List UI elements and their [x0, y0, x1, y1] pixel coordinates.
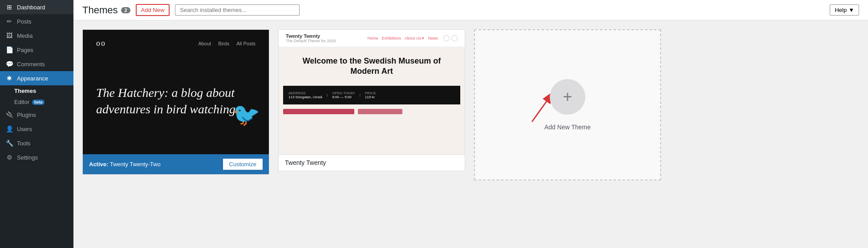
add-new-button[interactable]: Add New	[136, 4, 170, 16]
sidebar-item-dashboard[interactable]: ⊞ Dashboard	[0, 0, 73, 14]
theme-count-badge: 2	[121, 7, 130, 13]
active-theme-name: Twenty Twenty-Two	[110, 161, 161, 168]
tt-price: 119 kr	[365, 95, 376, 99]
tt-preview: Twenty Twenty The Default Theme for 2020…	[279, 30, 465, 154]
tt-nav-item: Home	[367, 36, 378, 40]
theme-card-twenty-twenty[interactable]: Twenty Twenty The Default Theme for 2020…	[278, 29, 465, 171]
sidebar-item-label: Dashboard	[17, 4, 45, 11]
sidebar-item-label: Plugins	[17, 112, 36, 118]
active-prefix: Active:	[89, 161, 108, 168]
sidebar-item-label: Users	[17, 126, 32, 132]
tt-bar-1	[283, 109, 354, 114]
plus-icon: +	[563, 88, 572, 106]
tt-address: 113 Storgatan, Umeå	[288, 95, 322, 99]
ttwo-nav: oo About Birds All Posts	[96, 39, 256, 48]
tt-divider2: |	[360, 93, 361, 97]
tt-logo-text: Twenty Twenty	[286, 33, 336, 39]
tt-logo: Twenty Twenty The Default Theme for 2020	[286, 33, 336, 43]
main-content: Themes 2 Add New Help ▼ oo About Birds	[73, 0, 868, 248]
appearance-icon: ✱	[5, 75, 13, 82]
page-title-text: Themes	[82, 4, 118, 16]
sidebar-item-label: Tools	[17, 140, 30, 147]
theme-name-tt: Twenty Twenty	[285, 159, 326, 166]
ttwo-nav-link: All Posts	[236, 41, 256, 46]
tt-nav-item: Exhibitions	[381, 36, 401, 40]
top-bar-left: Themes 2 Add New	[82, 4, 300, 16]
sidebar-item-label: Settings	[17, 154, 38, 161]
sidebar-item-label: Comments	[17, 61, 45, 68]
tt-icon	[451, 35, 458, 41]
sidebar-item-appearance[interactable]: ✱ Appearance	[0, 71, 73, 85]
tt-header: Twenty Twenty The Default Theme for 2020…	[279, 30, 465, 47]
ttwo-logo: oo	[96, 39, 106, 48]
ttwo-hero-text: The Hatchery: a blog about adventures in…	[96, 57, 256, 145]
plus-circle: +	[550, 79, 585, 115]
dashboard-icon: ⊞	[5, 4, 13, 11]
tt-nav: Home Exhibitions About Us ▾ News	[367, 36, 438, 40]
help-button[interactable]: Help ▼	[830, 4, 859, 16]
ttwo-preview: oo About Birds All Posts The Hatchery: a…	[83, 30, 269, 154]
add-theme-card[interactable]: + Add New Theme	[474, 29, 661, 180]
tt-bar-2	[358, 109, 402, 114]
tt-price-block: PRICE 119 kr	[365, 91, 376, 99]
sidebar-sub-editor[interactable]: Editor beta	[0, 96, 73, 108]
theme-card-twenty-twenty-two[interactable]: oo About Birds All Posts The Hatchery: a…	[82, 29, 269, 175]
tt-address-block: ADDRESS 113 Storgatan, Umeå	[288, 91, 322, 99]
sidebar-item-label: Pages	[17, 47, 33, 53]
search-input[interactable]	[175, 4, 300, 16]
sidebar-item-settings[interactable]: ⚙ Settings	[0, 150, 73, 164]
customize-button[interactable]: Customize	[223, 159, 263, 170]
sidebar-item-label: Posts	[17, 18, 32, 25]
top-bar: Themes 2 Add New Help ▼	[73, 0, 868, 20]
tt-content-label: ADDRESS	[288, 91, 322, 95]
theme-footer-tt: Twenty Twenty	[279, 154, 465, 171]
help-label: Help	[835, 7, 847, 13]
active-theme-bar: Active: Twenty Twenty-Two Customize	[83, 154, 269, 174]
tt-hero-title: Welcome to the Swedish Museum of Modern …	[288, 56, 456, 77]
beta-badge: beta	[32, 100, 45, 105]
sidebar-item-label: Media	[17, 32, 32, 39]
tools-icon: 🔧	[5, 140, 13, 147]
theme-screenshot-tt: Twenty Twenty The Default Theme for 2020…	[279, 30, 465, 154]
tt-bars	[283, 109, 460, 114]
sidebar-item-media[interactable]: 🖼 Media	[0, 28, 73, 43]
posts-icon: ✏	[5, 18, 13, 25]
plugins-icon: 🔌	[5, 111, 13, 118]
sidebar-item-label: Appearance	[17, 75, 48, 82]
tt-content-block: ADDRESS 113 Storgatan, Umeå | OPEN TODAY…	[283, 86, 460, 104]
editor-label: Editor	[14, 99, 29, 105]
tt-hours-label: OPEN TODAY	[332, 91, 355, 95]
sidebar: ⊞ Dashboard ✏ Posts 🖼 Media 📄 Pages 💬 Co…	[0, 0, 73, 248]
tt-hero: Welcome to the Swedish Museum of Modern …	[279, 47, 465, 86]
ttwo-nav-link: Birds	[218, 41, 229, 46]
active-label: Active: Twenty Twenty-Two	[89, 161, 161, 168]
themes-area: oo About Birds All Posts The Hatchery: a…	[73, 20, 868, 248]
users-icon: 👤	[5, 125, 13, 132]
tt-hours: 9:00 — 5:00	[332, 95, 355, 99]
comments-icon: 💬	[5, 60, 13, 68]
tt-nav-item: News	[428, 36, 438, 40]
media-icon: 🖼	[5, 32, 13, 39]
tt-icons	[443, 35, 458, 41]
sidebar-item-comments[interactable]: 💬 Comments	[0, 57, 73, 71]
tt-price-label: PRICE	[365, 91, 376, 95]
pages-icon: 📄	[5, 46, 13, 53]
settings-icon: ⚙	[5, 154, 13, 161]
page-title: Themes 2	[82, 4, 130, 16]
ttwo-bird-icon: 🐦	[232, 102, 260, 128]
ttwo-nav-links: About Birds All Posts	[198, 41, 256, 46]
sidebar-item-tools[interactable]: 🔧 Tools	[0, 136, 73, 150]
ttwo-nav-link: About	[198, 41, 211, 46]
sidebar-sub-themes[interactable]: Themes	[0, 85, 73, 96]
tt-icon	[443, 35, 450, 41]
theme-screenshot-ttwo: oo About Birds All Posts The Hatchery: a…	[83, 30, 269, 154]
sidebar-item-users[interactable]: 👤 Users	[0, 122, 73, 136]
tt-nav-item: About Us ▾	[405, 36, 425, 40]
tt-tagline: The Default Theme for 2020	[286, 39, 336, 43]
sidebar-item-pages[interactable]: 📄 Pages	[0, 43, 73, 57]
sidebar-item-plugins[interactable]: 🔌 Plugins	[0, 108, 73, 122]
tt-divider: |	[327, 93, 328, 97]
sidebar-item-posts[interactable]: ✏ Posts	[0, 14, 73, 28]
help-arrow-icon: ▼	[848, 7, 854, 13]
tt-hours-block: OPEN TODAY 9:00 — 5:00	[332, 91, 355, 99]
